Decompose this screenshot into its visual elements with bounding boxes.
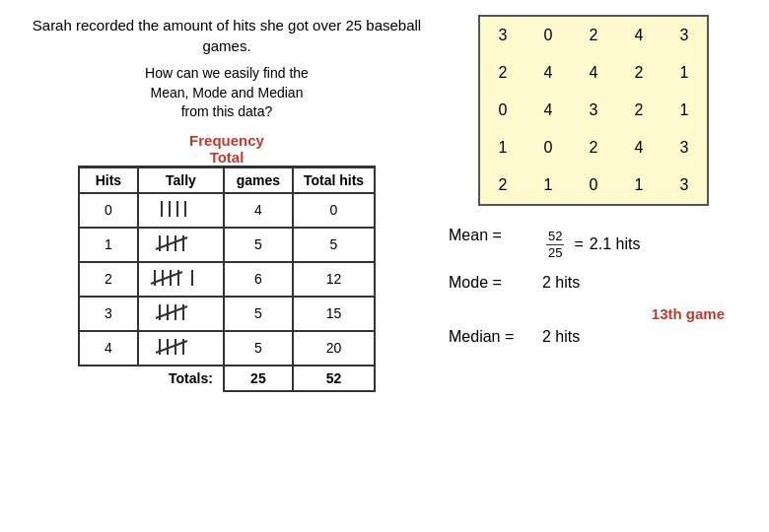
data-cell: 2 (616, 54, 662, 92)
games-cell: 6 (224, 262, 293, 297)
mean-denominator: 25 (546, 245, 564, 261)
mode-label: Mode = (449, 274, 542, 292)
tally-cell (138, 262, 224, 297)
highlight-row: 13th game (449, 305, 725, 322)
hits-cell: 1 (79, 228, 138, 262)
table-row: 0 4 0 (79, 193, 375, 228)
games-cell: 5 (224, 297, 293, 331)
data-cell: 0 (571, 166, 616, 204)
problem-text: Sarah recorded the amount of hits she go… (15, 15, 439, 122)
data-cell: 4 (525, 54, 571, 92)
median-row: Median = 2 hits (449, 328, 754, 346)
mean-numerator: 52 (546, 229, 564, 245)
tally-marks-2 (149, 267, 213, 289)
hits-cell: 4 (79, 331, 138, 366)
frequency-section: Frequency Total Hits Tally games Total h… (15, 132, 439, 392)
hits-cell: 3 (79, 297, 138, 331)
total-hits-cell: 15 (293, 297, 375, 331)
data-grid-section: 3024324421043211024321013 (478, 15, 754, 209)
mean-equals: = (574, 235, 583, 253)
data-cell: 4 (571, 54, 616, 92)
tally-marks-4 (154, 336, 208, 358)
table-row: 2 6 12 (79, 262, 375, 297)
mean-fraction: 52 25 (546, 229, 564, 260)
median-value: 2 hits (542, 328, 580, 346)
mean-value: 2.1 hits (590, 235, 641, 253)
frequency-title: Frequency Total (15, 132, 439, 166)
tally-marks-1 (154, 233, 208, 254)
data-cell: 1 (662, 54, 707, 92)
games-cell: 4 (224, 193, 293, 228)
problem-title: Sarah recorded the amount of hits she go… (15, 15, 439, 56)
median-label: Median = (449, 328, 542, 346)
data-cell: 1 (480, 129, 525, 166)
stats-section: Mean = 52 25 = 2.1 hits Mode = 2 hits 13… (449, 227, 754, 360)
table-row: 4 5 20 (79, 331, 375, 366)
mean-label: Mean = (449, 227, 542, 244)
data-grid: 3024324421043211024321013 (478, 15, 709, 206)
col-header-games: games (224, 166, 293, 193)
totals-row: Totals: 25 52 (79, 366, 375, 391)
data-cell: 0 (525, 17, 571, 54)
hits-cell: 0 (79, 193, 138, 228)
data-cell: 0 (480, 92, 525, 129)
totals-label: Totals: (79, 366, 224, 391)
hits-cell: 2 (79, 262, 138, 297)
data-cell: 4 (525, 92, 571, 129)
total-hits-cell: 12 (293, 262, 375, 297)
data-cell: 3 (662, 129, 707, 166)
total-games-sum: 25 (224, 366, 293, 391)
data-cell: 2 (571, 17, 616, 54)
data-cell: 1 (525, 166, 571, 204)
frequency-table: Hits Tally games Total hits 0 (78, 166, 376, 392)
col-header-hits: Hits (79, 166, 138, 193)
mean-row: Mean = 52 25 = 2.1 hits (449, 227, 754, 260)
data-cell: 3 (480, 17, 525, 54)
col-header-tally: Tally (138, 166, 224, 193)
mode-row: Mode = 2 hits (449, 274, 754, 292)
data-cell: 2 (571, 129, 616, 166)
left-section: Sarah recorded the amount of hits she go… (15, 15, 439, 392)
table-row: 1 5 5 (79, 228, 375, 262)
highlight-label: 13th game (652, 305, 725, 322)
games-cell: 5 (224, 331, 293, 366)
games-cell: 5 (224, 228, 293, 262)
data-cell: 0 (525, 129, 571, 166)
data-cell: 4 (616, 129, 662, 166)
tally-cell (138, 228, 224, 262)
total-hits-cell: 0 (293, 193, 375, 228)
total-hits-cell: 20 (293, 331, 375, 366)
data-cell: 1 (616, 166, 662, 204)
data-cell: 3 (571, 92, 616, 129)
table-row: 3 5 15 (79, 297, 375, 331)
total-label: Total (210, 149, 245, 166)
mode-value: 2 hits (542, 274, 580, 292)
tally-cell (138, 331, 224, 366)
tally-cell (138, 297, 224, 331)
data-table: 3024324421043211024321013 (480, 17, 707, 204)
data-cell: 2 (480, 166, 525, 204)
data-cell: 4 (616, 17, 662, 54)
col-header-total-hits: Total hits (293, 166, 375, 193)
tally-cell (138, 193, 224, 228)
tally-marks-0 (156, 198, 205, 220)
tally-marks-3 (154, 301, 208, 323)
data-cell: 1 (662, 92, 707, 129)
total-hits-cell: 5 (293, 228, 375, 262)
data-cell: 2 (616, 92, 662, 129)
data-cell: 3 (662, 166, 707, 204)
question-text: How can we easily find the Mean, Mode an… (15, 64, 439, 122)
data-cell: 3 (662, 17, 707, 54)
data-cell: 2 (480, 54, 525, 92)
total-hits-sum: 52 (293, 366, 375, 391)
